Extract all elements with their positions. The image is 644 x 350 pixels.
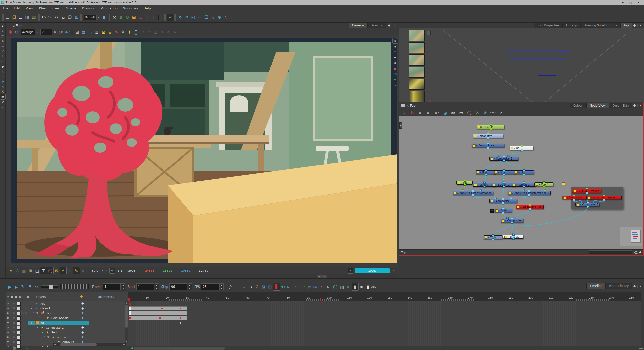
home-icon[interactable]: ⌂ — [13, 24, 15, 27]
motion-segment-button[interactable]: ∿ — [293, 283, 299, 290]
cut-button[interactable]: ✂ — [53, 14, 60, 21]
add-view-button[interactable]: ✚ — [633, 284, 636, 288]
node-Write[interactable]: ►Write — [484, 235, 502, 239]
input-port[interactable] — [503, 169, 505, 171]
output-port[interactable] — [543, 185, 545, 187]
track-row-1[interactable] — [128, 301, 641, 306]
lock-button[interactable]: ⊠ — [100, 28, 107, 36]
layer-column-toggle-4[interactable]: ⊠ — [19, 295, 21, 298]
add-layer-button[interactable]: + — [61, 293, 67, 300]
menu-scene[interactable]: Scene — [63, 5, 79, 12]
current-frame-button[interactable]: ▊ — [273, 283, 280, 290]
export-image-button[interactable]: ▧ — [30, 14, 37, 21]
rectangle-tool[interactable]: ▭ — [0, 59, 5, 64]
node-properties-button[interactable] — [474, 135, 477, 137]
cable-cutter-button[interactable]: ✂ — [498, 109, 505, 116]
rename-drawing-button[interactable]: ABC+ — [371, 283, 378, 290]
expand-triangle[interactable]: ▼ — [36, 326, 38, 329]
layer-row-Colour-Scale[interactable]: ∞⊠└★Colour-Scale+ — [6, 316, 125, 321]
flip-gray-button[interactable]: ⇄ — [306, 283, 313, 290]
layer-lock-icon[interactable]: ⊠ — [13, 331, 15, 334]
empty-select[interactable]: ▾ — [158, 15, 163, 20]
graph-collapse-handle[interactable]: ▶ — [399, 122, 402, 129]
add-parameter-button[interactable]: + — [81, 325, 84, 330]
expand-triangle[interactable]: ▼ — [31, 322, 32, 324]
target-button[interactable]: ⊕ — [66, 267, 73, 274]
input-port[interactable] — [512, 234, 515, 236]
layer-column-toggle-5[interactable]: ▢ — [22, 295, 25, 298]
cutter-tool[interactable]: ⬚ — [0, 34, 5, 39]
ink-tool[interactable]: ╲ — [0, 69, 5, 74]
output-port[interactable] — [603, 199, 605, 200]
layer-row-Peg[interactable]: ∞⊠∿Peg+ — [6, 301, 125, 306]
add-drawing-button[interactable]: ✚ — [7, 28, 14, 36]
node-properties-button[interactable] — [477, 171, 479, 174]
stop-field-spinner[interactable]: ▲▼ — [188, 283, 192, 290]
output-port[interactable] — [492, 238, 494, 240]
menu-file[interactable]: File — [0, 5, 11, 12]
node-VB_roughs[interactable]: ►VB_roughs [tvg] — [516, 205, 544, 209]
input-port[interactable] — [586, 188, 588, 190]
frame-field[interactable]: 1 — [103, 283, 121, 290]
tab-drawing[interactable]: Drawing — [367, 23, 387, 28]
expand-triangle[interactable]: ▼ — [36, 312, 38, 314]
layer-lock-icon[interactable]: ⊠ — [13, 316, 15, 319]
pixel-ratio[interactable]: 1:1 — [118, 269, 122, 272]
add-colour-layer-button[interactable]: ✚ — [78, 293, 85, 300]
node-properties-button[interactable] — [513, 184, 516, 186]
layer-lock-icon[interactable]: ⊠ — [13, 336, 15, 338]
input-port[interactable] — [487, 133, 489, 135]
save-all-button[interactable]: ▥ — [24, 14, 30, 21]
node-properties-button[interactable] — [491, 157, 493, 160]
track-row-7[interactable] — [128, 330, 641, 335]
close-button[interactable]: ✕ — [635, 1, 642, 4]
big-box-button[interactable]: ▮ — [365, 283, 371, 290]
expand-triangle[interactable]: ▼ — [42, 345, 44, 348]
brush-tool[interactable]: ✎ — [0, 39, 5, 44]
pin-tool[interactable]: ↧ — [0, 104, 5, 109]
tab-onion-skin[interactable]: Onion Skin — [609, 103, 632, 108]
layer-visibility-toggle[interactable]: ∞ — [7, 321, 8, 324]
auto-render-button[interactable]: Ra — [393, 83, 398, 88]
onion-after-button[interactable]: ⊜ — [124, 14, 131, 21]
expand-triangle[interactable]: ▼ — [47, 336, 49, 338]
track-row-4[interactable] — [128, 316, 641, 321]
menu-insert[interactable]: Insert — [49, 5, 63, 12]
node-properties-button[interactable] — [511, 147, 513, 149]
loop-button[interactable]: ↻ — [20, 283, 26, 290]
input-port[interactable] — [487, 143, 489, 144]
node-properties-button[interactable] — [504, 236, 507, 238]
drawing-settings-button[interactable]: ⚙ — [14, 28, 20, 36]
align-button[interactable]: ≣ — [93, 28, 100, 36]
open-scene-button[interactable]: ❒ — [11, 14, 17, 21]
output-port[interactable] — [502, 212, 504, 213]
output-port[interactable] — [523, 173, 525, 175]
deform-e-button[interactable]: ∿ — [165, 28, 172, 36]
node-properties-button[interactable] — [563, 196, 566, 199]
layer-colour-swatch[interactable] — [17, 331, 21, 334]
track-row-8[interactable] — [128, 335, 641, 340]
input-port[interactable] — [523, 169, 525, 171]
layer-visibility-toggle[interactable]: ∞ — [7, 326, 8, 329]
tracks-horizontal-scrollbar[interactable] — [134, 347, 225, 350]
output-port[interactable] — [503, 173, 505, 175]
forward-button[interactable]: ➔ — [26, 347, 28, 350]
node-Red[interactable]: ►Red — [476, 170, 496, 174]
node-fungus[interactable]: ►fungus [tvg] — [562, 196, 586, 199]
deformer-b-button[interactable]: ≑ — [150, 14, 157, 21]
layer-row-clean-P[interactable]: ∞⊠▼∿clean-P+ — [6, 306, 125, 311]
drawing-thumbnail-1[interactable] — [409, 30, 425, 41]
node-clean-P[interactable]: ►clean-P — [477, 125, 504, 129]
add-keyframe-button[interactable]: KF+ — [280, 283, 286, 290]
undo-button[interactable]: ↶▾ — [40, 14, 47, 21]
layer-colour-swatch[interactable] — [17, 307, 21, 310]
output-port[interactable] — [464, 184, 466, 186]
backdrop-button[interactable]: ◯ — [466, 109, 472, 116]
layer-visibility-toggle[interactable]: ∞ — [7, 311, 8, 315]
camera-viewport[interactable]: ◉◈≣≡≋●ⒷRsRa — [6, 36, 398, 267]
expand-triangle[interactable]: ▼ — [31, 307, 32, 310]
light-bulb-button[interactable]: ☀ — [8, 267, 14, 274]
output-port[interactable] — [483, 186, 486, 188]
volume-slider[interactable] — [41, 285, 59, 288]
drawing-thumbnail-6[interactable] — [409, 91, 425, 102]
